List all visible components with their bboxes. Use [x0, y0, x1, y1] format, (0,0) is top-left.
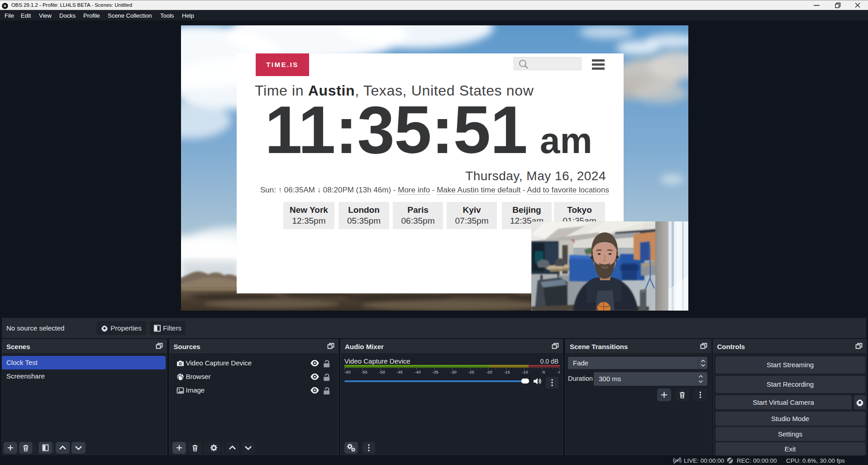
svg-text:-50: -50 [379, 369, 385, 374]
svg-text:-20: -20 [486, 369, 492, 374]
svg-text:-35: -35 [432, 369, 439, 374]
svg-text:-60: -60 [344, 369, 351, 374]
svg-text:-40: -40 [415, 369, 421, 374]
svg-text:-0: -0 [557, 369, 560, 374]
svg-text:-25: -25 [468, 369, 474, 374]
svg-text:-30: -30 [450, 369, 457, 374]
svg-text:-10: -10 [522, 369, 528, 374]
svg-text:-55: -55 [361, 369, 367, 374]
svg-text:-5: -5 [541, 369, 545, 374]
svg-text:-15: -15 [504, 369, 510, 374]
svg-text:-45: -45 [396, 369, 403, 374]
